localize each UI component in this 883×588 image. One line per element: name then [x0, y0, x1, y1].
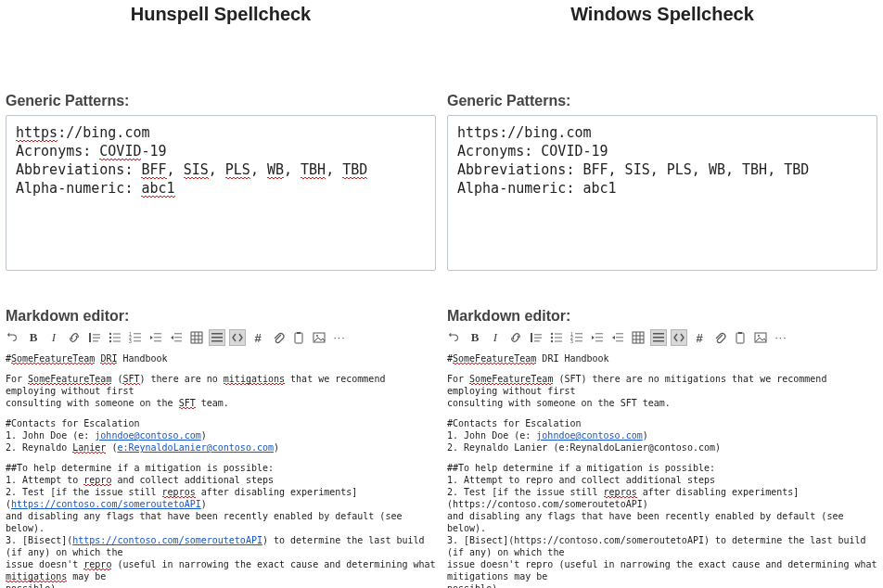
table-icon[interactable]: [189, 330, 204, 345]
svg-rect-17: [154, 337, 161, 338]
code-icon[interactable]: [672, 330, 686, 345]
svg-rect-22: [191, 332, 202, 343]
hunspell-column: Hunspell Spellcheck Generic Patterns: ht…: [0, 0, 442, 25]
generic-patterns-box[interactable]: https://bing.comAcronyms: COVID-19Abbrev…: [6, 115, 436, 271]
table-icon[interactable]: [631, 330, 646, 345]
indent-icon[interactable]: [169, 330, 184, 345]
svg-rect-28: [211, 337, 223, 339]
svg-rect-37: [534, 340, 540, 342]
generic-patterns-label: Generic Patterns:: [6, 93, 436, 109]
grid-icon[interactable]: [210, 330, 224, 345]
svg-rect-54: [616, 337, 623, 338]
hunspell-title: Hunspell Spellcheck: [0, 4, 442, 25]
svg-rect-43: [555, 340, 562, 341]
svg-rect-49: [575, 340, 582, 341]
svg-point-39: [551, 337, 553, 339]
svg-rect-48: [575, 337, 582, 338]
numbered-list-icon[interactable]: 123: [128, 330, 143, 345]
svg-rect-15: [134, 340, 141, 341]
svg-rect-18: [154, 340, 161, 341]
attachment-icon[interactable]: [712, 330, 727, 345]
undo-icon[interactable]: [447, 330, 462, 345]
indent-icon[interactable]: [610, 330, 625, 345]
clipboard-icon[interactable]: [291, 330, 306, 345]
clipboard-icon[interactable]: [733, 330, 748, 345]
svg-rect-35: [534, 334, 542, 336]
svg-rect-56: [633, 332, 644, 343]
outdent-icon[interactable]: [590, 330, 605, 345]
svg-rect-50: [595, 333, 603, 334]
generic-patterns-box[interactable]: https://bing.comAcronyms: COVID-19Abbrev…: [447, 115, 877, 271]
image-icon[interactable]: [753, 330, 768, 345]
svg-rect-55: [616, 340, 623, 341]
svg-point-4: [109, 333, 111, 335]
bullet-list-icon[interactable]: [108, 330, 122, 345]
italic-icon[interactable]: I: [488, 330, 503, 345]
svg-rect-51: [595, 337, 603, 338]
svg-point-67: [758, 335, 760, 337]
italic-icon[interactable]: I: [46, 330, 61, 345]
svg-rect-63: [653, 340, 664, 342]
svg-rect-30: [295, 333, 302, 343]
svg-rect-8: [113, 337, 121, 338]
svg-point-6: [109, 340, 111, 342]
svg-rect-52: [595, 340, 603, 341]
svg-rect-29: [211, 340, 223, 342]
image-icon[interactable]: [312, 330, 326, 345]
svg-rect-1: [93, 334, 100, 336]
more-icon[interactable]: ···: [332, 330, 347, 345]
more-icon[interactable]: ···: [774, 330, 788, 345]
svg-rect-47: [575, 333, 582, 334]
svg-rect-7: [113, 333, 121, 334]
svg-rect-65: [738, 332, 742, 334]
svg-rect-61: [653, 333, 664, 335]
svg-rect-42: [555, 337, 562, 338]
svg-rect-14: [134, 337, 141, 338]
svg-rect-21: [174, 340, 182, 341]
svg-rect-9: [113, 340, 121, 341]
link-icon[interactable]: [508, 330, 523, 345]
link-icon[interactable]: [67, 330, 82, 345]
svg-text:3: 3: [570, 339, 573, 344]
svg-rect-34: [531, 333, 532, 342]
numbered-list-icon[interactable]: 123: [569, 330, 584, 345]
windows-column: Windows Spellcheck Generic Patterns: htt…: [442, 0, 883, 25]
quote-icon[interactable]: [529, 330, 544, 345]
hash-icon[interactable]: #: [250, 330, 265, 345]
svg-text:3: 3: [129, 339, 132, 344]
svg-rect-53: [616, 333, 623, 334]
svg-rect-19: [174, 333, 182, 334]
markdown-body[interactable]: #SomeFeatureTeam DRI HandbookFor SomeFea…: [6, 352, 436, 588]
bold-icon[interactable]: B: [26, 330, 41, 345]
svg-rect-41: [555, 333, 562, 334]
bold-icon[interactable]: B: [467, 330, 482, 345]
code-icon[interactable]: [230, 330, 245, 345]
svg-rect-13: [134, 333, 141, 334]
svg-rect-62: [653, 337, 664, 339]
svg-rect-16: [154, 333, 161, 334]
quote-icon[interactable]: [87, 330, 102, 345]
svg-point-5: [109, 337, 111, 339]
hash-icon[interactable]: #: [692, 330, 707, 345]
bullet-list-icon[interactable]: [549, 330, 564, 345]
svg-rect-64: [736, 333, 744, 343]
generic-patterns-label: Generic Patterns:: [447, 93, 877, 109]
windows-title: Windows Spellcheck: [442, 4, 883, 25]
attachment-icon[interactable]: [271, 330, 286, 345]
svg-point-40: [551, 340, 553, 342]
svg-rect-20: [174, 337, 182, 338]
svg-point-33: [316, 335, 318, 337]
markdown-editor-label: Markdown editor:: [6, 308, 436, 325]
svg-rect-36: [534, 338, 542, 339]
outdent-icon[interactable]: [148, 330, 163, 345]
svg-point-38: [551, 333, 553, 335]
undo-icon[interactable]: [6, 330, 20, 345]
svg-rect-0: [89, 333, 91, 342]
svg-rect-3: [93, 340, 98, 342]
svg-rect-2: [93, 338, 100, 339]
grid-icon[interactable]: [651, 330, 666, 345]
markdown-body[interactable]: #SomeFeatureTeam DRI HandbookFor SomeFea…: [447, 352, 877, 588]
svg-rect-31: [297, 332, 301, 334]
svg-rect-27: [211, 333, 223, 335]
markdown-toolbar: BI123#···: [6, 330, 436, 345]
